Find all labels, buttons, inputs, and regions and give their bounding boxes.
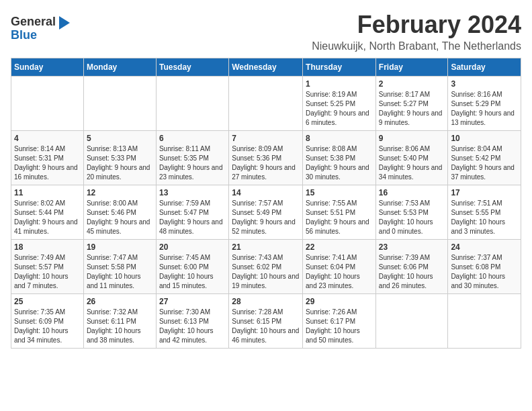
day-info: Sunrise: 7:55 AM Sunset: 5:51 PM Dayligh…: [306, 199, 373, 236]
table-row: 19Sunrise: 7:47 AM Sunset: 5:58 PM Dayli…: [83, 240, 156, 294]
header-row: Sunday Monday Tuesday Wednesday Thursday…: [11, 58, 521, 77]
table-row: [448, 294, 521, 349]
header-sunday: Sunday: [11, 58, 84, 77]
day-number: 9: [379, 134, 445, 143]
table-row: 12Sunrise: 8:00 AM Sunset: 5:46 PM Dayli…: [83, 185, 156, 240]
day-info: Sunrise: 7:30 AM Sunset: 6:13 PM Dayligh…: [159, 308, 226, 345]
table-row: 27Sunrise: 7:30 AM Sunset: 6:13 PM Dayli…: [156, 294, 228, 349]
day-number: 6: [159, 134, 226, 143]
table-row: 21Sunrise: 7:43 AM Sunset: 6:02 PM Dayli…: [229, 240, 303, 294]
day-info: Sunrise: 8:04 AM Sunset: 5:42 PM Dayligh…: [451, 144, 518, 182]
day-number: 8: [306, 134, 373, 143]
calendar-week-0: 1Sunrise: 8:19 AM Sunset: 5:25 PM Daylig…: [11, 77, 521, 131]
table-row: [83, 77, 156, 131]
table-row: 8Sunrise: 8:08 AM Sunset: 5:38 PM Daylig…: [303, 131, 376, 185]
day-info: Sunrise: 7:57 AM Sunset: 5:49 PM Dayligh…: [232, 199, 300, 236]
day-info: Sunrise: 8:02 AM Sunset: 5:44 PM Dayligh…: [14, 199, 81, 236]
table-row: [11, 77, 84, 131]
day-info: Sunrise: 7:32 AM Sunset: 6:11 PM Dayligh…: [87, 308, 153, 345]
header: General Blue February 2024 Nieuwkuijk, N…: [11, 11, 521, 52]
day-info: Sunrise: 7:43 AM Sunset: 6:02 PM Dayligh…: [232, 253, 300, 291]
table-row: 10Sunrise: 8:04 AM Sunset: 5:42 PM Dayli…: [448, 131, 521, 185]
svg-marker-2: [59, 16, 70, 30]
day-info: Sunrise: 8:17 AM Sunset: 5:27 PM Dayligh…: [379, 90, 445, 128]
table-row: 1Sunrise: 8:19 AM Sunset: 5:25 PM Daylig…: [303, 77, 376, 131]
table-row: 16Sunrise: 7:53 AM Sunset: 5:53 PM Dayli…: [375, 185, 448, 240]
day-number: 23: [379, 242, 445, 252]
day-number: 26: [87, 297, 153, 306]
day-number: 17: [451, 188, 518, 197]
table-row: 13Sunrise: 7:59 AM Sunset: 5:47 PM Dayli…: [156, 185, 228, 240]
day-number: 21: [232, 242, 300, 252]
day-number: 27: [159, 297, 226, 306]
calendar-week-1: 4Sunrise: 8:14 AM Sunset: 5:31 PM Daylig…: [11, 131, 521, 185]
day-number: 28: [232, 297, 300, 306]
table-row: [375, 294, 448, 349]
day-info: Sunrise: 7:37 AM Sunset: 6:08 PM Dayligh…: [451, 253, 518, 291]
table-row: 24Sunrise: 7:37 AM Sunset: 6:08 PM Dayli…: [448, 240, 521, 294]
day-number: 10: [451, 134, 518, 143]
day-number: 22: [306, 242, 373, 252]
day-info: Sunrise: 7:41 AM Sunset: 6:04 PM Dayligh…: [306, 253, 373, 291]
table-row: 7Sunrise: 8:09 AM Sunset: 5:36 PM Daylig…: [229, 131, 303, 185]
day-number: 15: [306, 188, 373, 197]
calendar-week-2: 11Sunrise: 8:02 AM Sunset: 5:44 PM Dayli…: [11, 185, 521, 240]
day-info: Sunrise: 8:13 AM Sunset: 5:33 PM Dayligh…: [87, 144, 153, 182]
day-info: Sunrise: 7:47 AM Sunset: 5:58 PM Dayligh…: [87, 253, 153, 291]
table-row: 29Sunrise: 7:26 AM Sunset: 6:17 PM Dayli…: [303, 294, 376, 349]
day-info: Sunrise: 8:11 AM Sunset: 5:35 PM Dayligh…: [159, 144, 226, 182]
day-number: 14: [232, 188, 300, 197]
logo: General Blue: [11, 11, 71, 44]
table-row: [229, 77, 303, 131]
day-info: Sunrise: 7:49 AM Sunset: 5:57 PM Dayligh…: [14, 253, 81, 291]
day-number: 3: [451, 79, 518, 89]
table-row: 28Sunrise: 7:28 AM Sunset: 6:15 PM Dayli…: [229, 294, 303, 349]
logo-svg: General Blue: [11, 11, 71, 44]
day-number: 29: [306, 297, 373, 306]
day-number: 16: [379, 188, 445, 197]
table-row: 22Sunrise: 7:41 AM Sunset: 6:04 PM Dayli…: [303, 240, 376, 294]
day-info: Sunrise: 7:26 AM Sunset: 6:17 PM Dayligh…: [306, 308, 373, 345]
table-row: 18Sunrise: 7:49 AM Sunset: 5:57 PM Dayli…: [11, 240, 84, 294]
day-number: 18: [14, 242, 81, 252]
day-info: Sunrise: 7:51 AM Sunset: 5:55 PM Dayligh…: [451, 199, 518, 236]
day-info: Sunrise: 8:06 AM Sunset: 5:40 PM Dayligh…: [379, 144, 445, 182]
day-number: 4: [14, 134, 81, 143]
table-row: 23Sunrise: 7:39 AM Sunset: 6:06 PM Dayli…: [375, 240, 448, 294]
table-row: 25Sunrise: 7:35 AM Sunset: 6:09 PM Dayli…: [11, 294, 84, 349]
table-row: [156, 77, 228, 131]
day-info: Sunrise: 8:19 AM Sunset: 5:25 PM Dayligh…: [306, 90, 373, 128]
day-info: Sunrise: 8:14 AM Sunset: 5:31 PM Dayligh…: [14, 144, 81, 182]
day-number: 11: [14, 188, 81, 197]
calendar-week-4: 25Sunrise: 7:35 AM Sunset: 6:09 PM Dayli…: [11, 294, 521, 349]
day-info: Sunrise: 7:39 AM Sunset: 6:06 PM Dayligh…: [379, 253, 445, 291]
header-friday: Friday: [375, 58, 448, 77]
day-info: Sunrise: 8:09 AM Sunset: 5:36 PM Dayligh…: [232, 144, 300, 182]
day-info: Sunrise: 7:45 AM Sunset: 6:00 PM Dayligh…: [159, 253, 226, 291]
table-row: 4Sunrise: 8:14 AM Sunset: 5:31 PM Daylig…: [11, 131, 84, 185]
svg-text:Blue: Blue: [11, 28, 37, 42]
day-info: Sunrise: 7:59 AM Sunset: 5:47 PM Dayligh…: [159, 199, 226, 236]
calendar-week-3: 18Sunrise: 7:49 AM Sunset: 5:57 PM Dayli…: [11, 240, 521, 294]
table-row: 15Sunrise: 7:55 AM Sunset: 5:51 PM Dayli…: [303, 185, 376, 240]
day-number: 24: [451, 242, 518, 252]
day-number: 20: [159, 242, 226, 252]
table-row: 2Sunrise: 8:17 AM Sunset: 5:27 PM Daylig…: [375, 77, 448, 131]
day-number: 5: [87, 134, 153, 143]
title-area: February 2024 Nieuwkuijk, North Brabant,…: [312, 11, 521, 52]
header-monday: Monday: [83, 58, 156, 77]
day-info: Sunrise: 8:08 AM Sunset: 5:38 PM Dayligh…: [306, 144, 373, 182]
header-tuesday: Tuesday: [156, 58, 228, 77]
header-saturday: Saturday: [448, 58, 521, 77]
day-number: 12: [87, 188, 153, 197]
calendar-title: February 2024: [312, 11, 521, 39]
day-number: 2: [379, 79, 445, 89]
table-row: 26Sunrise: 7:32 AM Sunset: 6:11 PM Dayli…: [83, 294, 156, 349]
table-row: 6Sunrise: 8:11 AM Sunset: 5:35 PM Daylig…: [156, 131, 228, 185]
day-info: Sunrise: 7:35 AM Sunset: 6:09 PM Dayligh…: [14, 308, 81, 345]
day-info: Sunrise: 7:53 AM Sunset: 5:53 PM Dayligh…: [379, 199, 445, 236]
table-row: 14Sunrise: 7:57 AM Sunset: 5:49 PM Dayli…: [229, 185, 303, 240]
day-number: 19: [87, 242, 153, 252]
day-number: 7: [232, 134, 300, 143]
svg-text:General: General: [11, 15, 56, 28]
